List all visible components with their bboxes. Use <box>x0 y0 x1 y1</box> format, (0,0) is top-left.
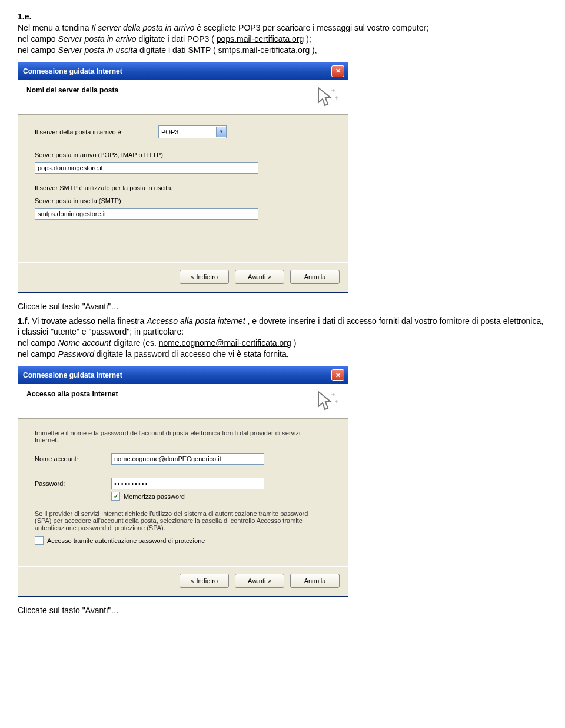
close-icon[interactable]: ✕ <box>331 369 344 381</box>
text-italic: Password <box>58 349 94 359</box>
server-type-select[interactable]: POP3 ▼ <box>158 125 227 138</box>
chevron-down-icon[interactable]: ▼ <box>216 127 226 137</box>
dialog-body: Il server della posta in arrivo è: POP3 … <box>18 115 348 262</box>
text: nel campo <box>18 45 58 55</box>
input-value: smtps.dominiogestore.it <box>38 210 106 217</box>
text: Vi trovate adesso nella finestra <box>32 316 147 326</box>
click-avanti-text-2: Cliccate sul tasto "Avanti"… <box>18 605 547 616</box>
link-pops: pops.mail-certificata.org <box>217 34 304 44</box>
section-1f-number: 1.f. <box>18 316 29 326</box>
text: ) <box>294 338 297 348</box>
text: Nel menu a tendina <box>18 23 91 32</box>
text: digitate i dati POP3 ( <box>138 34 216 44</box>
link-account-example: nome.cognome@mail-certificata.org <box>159 338 291 348</box>
text: scegliete POP3 per scaricare i messaggi … <box>204 23 428 32</box>
label-server-type: Il server della posta in arrivo è: <box>35 128 158 135</box>
next-button[interactable]: Avanti > <box>235 270 284 284</box>
cursor-icon <box>315 86 340 110</box>
dialog-internet-access: Connessione guidata Internet ✕ Accesso a… <box>18 366 348 597</box>
next-button[interactable]: Avanti > <box>235 574 284 588</box>
banner-title: Nomi dei server della posta <box>26 86 118 94</box>
account-name-input[interactable]: nome.cognome@domPECgenerico.it <box>111 453 264 465</box>
text: nel campo <box>18 34 58 44</box>
dialog-server-names: Connessione guidata Internet ✕ Nomi dei … <box>18 62 348 293</box>
section-1e-number: 1.e. <box>18 12 547 21</box>
remember-password-label: Memorizza password <box>124 493 185 500</box>
smtp-info-text: Il server SMTP è utilizzato per la posta… <box>35 184 331 191</box>
text: nel campo <box>18 338 58 348</box>
section-1f-para: 1.f. Vi trovate adesso nella finestra Ac… <box>18 316 547 360</box>
label-incoming-server: Server posta in arrivo (POP3, IMAP o HTT… <box>35 151 331 158</box>
back-button[interactable]: < Indietro <box>180 574 229 588</box>
titlebar: Connessione guidata Internet ✕ <box>18 62 348 80</box>
banner: Accesso alla posta Internet <box>18 384 348 419</box>
text: ); <box>306 34 311 44</box>
spa-checkbox-label: Accesso tramite autenticazione password … <box>47 537 205 544</box>
text: digitate la password di accesso che vi è… <box>97 349 289 359</box>
back-button[interactable]: < Indietro <box>180 270 229 284</box>
incoming-server-input[interactable]: pops.dominiogestore.it <box>35 162 258 174</box>
password-input[interactable]: •••••••••• <box>111 478 264 489</box>
text: ), <box>312 45 317 55</box>
banner-title: Accesso alla posta Internet <box>26 390 118 398</box>
window-title: Connessione guidata Internet <box>23 371 122 379</box>
banner: Nomi dei server della posta <box>18 80 348 115</box>
intro-text: Immettere il nome e la password dell'acc… <box>35 429 311 444</box>
label-account-name: Nome account: <box>35 455 111 462</box>
text: digitate i dati SMTP ( <box>139 45 216 55</box>
text: nel campo <box>18 349 58 359</box>
text-italic: Server posta in arrivo <box>58 34 136 44</box>
text-italic: Server posta in uscita <box>58 45 137 55</box>
label-outgoing-server: Server posta in uscita (SMTP): <box>35 197 331 204</box>
cancel-button[interactable]: Annulla <box>290 270 340 284</box>
select-value: POP3 <box>161 128 178 135</box>
label-password: Password: <box>35 480 111 487</box>
titlebar: Connessione guidata Internet ✕ <box>18 366 348 384</box>
cursor-icon <box>315 390 340 413</box>
input-value: •••••••••• <box>114 480 149 487</box>
spa-checkbox[interactable] <box>35 536 44 545</box>
section-1e-para: Nel menu a tendina Il server della posta… <box>18 22 547 56</box>
link-smtps: smtps.mail-certificata.org <box>218 45 310 55</box>
input-value: pops.dominiogestore.it <box>38 164 103 171</box>
cancel-button[interactable]: Annulla <box>290 574 340 588</box>
remember-password-checkbox[interactable]: ✔ <box>111 492 120 501</box>
click-avanti-text-1: Cliccate sul tasto "Avanti"… <box>18 301 547 312</box>
spa-info-text: Se il provider di servizi Internet richi… <box>35 510 323 531</box>
button-row: < Indietro Avanti > Annulla <box>18 262 348 292</box>
button-row: < Indietro Avanti > Annulla <box>18 566 348 596</box>
dialog-body: Immettere il nome e la password dell'acc… <box>18 419 348 566</box>
close-icon[interactable]: ✕ <box>331 65 344 77</box>
text-italic: Il server della posta in arrivo è <box>91 23 201 32</box>
outgoing-server-input[interactable]: smtps.dominiogestore.it <box>35 208 258 220</box>
input-value: nome.cognome@domPECgenerico.it <box>114 455 221 462</box>
text-italic: Accesso alla posta internet <box>147 316 245 326</box>
text-italic: Nome account <box>58 338 111 348</box>
text: digitare (es. <box>114 338 159 348</box>
window-title: Connessione guidata Internet <box>23 67 122 75</box>
